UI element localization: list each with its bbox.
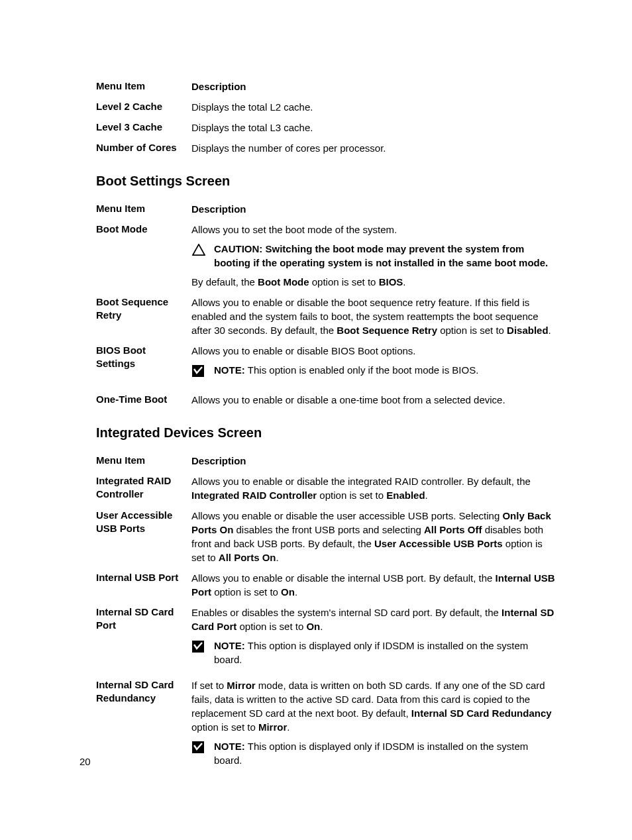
menu-item-desc: Allows you to enable or disable BIOS Boo… — [191, 344, 556, 386]
menu-item-desc: Displays the number of cores per process… — [191, 141, 556, 155]
integrated-devices-table: Menu Item Description Integrated RAID Co… — [96, 454, 556, 772]
caution-callout: CAUTION: Switching the boot mode may pre… — [191, 242, 556, 270]
col-header-description: Description — [191, 79, 556, 93]
page-number: 20 — [79, 756, 91, 767]
desc-text: Enables or disables the system's interna… — [191, 605, 556, 633]
desc-text: Allows you to set the boot mode of the s… — [191, 223, 556, 236]
menu-item-desc: Allows you to enable or disable the inte… — [191, 474, 556, 502]
menu-item-label: User Accessible USB Ports — [96, 509, 191, 536]
desc-text: By default, the Boot Mode option is set … — [191, 275, 556, 289]
section-heading-boot-settings: Boot Settings Screen — [96, 174, 556, 189]
menu-item-label: Internal SD Card Redundancy — [96, 678, 191, 706]
menu-item-desc: Allows you enable or disable the user ac… — [191, 509, 556, 564]
desc-text: Allows you to enable or disable the boot… — [191, 295, 556, 337]
table-row: Boot Mode Allows you to set the boot mod… — [96, 223, 556, 289]
note-text: NOTE: This option is displayed only if I… — [214, 639, 556, 666]
menu-item-label: Boot Sequence Retry — [96, 295, 191, 323]
col-header-description: Description — [191, 454, 556, 468]
table-row: Internal USB Port Allows you to enable o… — [96, 571, 556, 599]
table-row: Level 2 Cache Displays the total L2 cach… — [96, 100, 556, 114]
menu-item-desc: Displays the total L3 cache. — [191, 121, 556, 134]
menu-item-label: Integrated RAID Controller — [96, 474, 191, 501]
table-row: Number of Cores Displays the number of c… — [96, 141, 556, 155]
menu-item-desc: Enables or disables the system's interna… — [191, 605, 556, 672]
desc-text: Allows you to enable or disable BIOS Boo… — [191, 344, 556, 358]
col-header-menu-item: Menu Item — [96, 454, 191, 467]
boot-settings-table: Menu Item Description Boot Mode Allows y… — [96, 202, 556, 407]
menu-item-desc: If set to Mirror mode, data is written o… — [191, 678, 556, 772]
menu-item-label: Number of Cores — [96, 141, 191, 154]
menu-item-desc: Displays the total L2 cache. — [191, 100, 556, 114]
note-icon — [191, 639, 214, 656]
menu-item-desc: Allows you to set the boot mode of the s… — [191, 223, 556, 289]
desc-text: If set to Mirror mode, data is written o… — [191, 678, 556, 734]
note-text: NOTE: This option is enabled only if the… — [214, 363, 556, 377]
table-header-row: Menu Item Description — [96, 454, 556, 468]
menu-item-desc: Allows you to enable or disable a one-ti… — [191, 393, 556, 407]
menu-item-label: Internal USB Port — [96, 571, 191, 584]
table-row: Internal SD Card Redundancy If set to Mi… — [96, 678, 556, 772]
note-callout: NOTE: This option is enabled only if the… — [191, 363, 556, 381]
note-icon — [191, 739, 214, 757]
table-row: Boot Sequence Retry Allows you to enable… — [96, 295, 556, 337]
caution-icon — [191, 242, 214, 260]
note-callout: NOTE: This option is displayed only if I… — [191, 639, 556, 666]
table-header-row: Menu Item Description — [96, 79, 556, 93]
table-row: User Accessible USB Ports Allows you ena… — [96, 509, 556, 564]
table-row: BIOS Boot Settings Allows you to enable … — [96, 344, 556, 386]
note-icon — [191, 363, 214, 381]
menu-item-desc: Allows you to enable or disable the inte… — [191, 571, 556, 599]
desc-text: Allows you to enable or disable the inte… — [191, 474, 556, 502]
menu-item-label: Boot Mode — [96, 223, 191, 236]
menu-item-label: Internal SD Card Port — [96, 605, 191, 633]
col-header-menu-item: Menu Item — [96, 79, 191, 93]
table-row: Level 3 Cache Displays the total L3 cach… — [96, 121, 556, 134]
col-header-description: Description — [191, 202, 556, 216]
table-row: One-Time Boot Allows you to enable or di… — [96, 393, 556, 407]
section-heading-integrated-devices: Integrated Devices Screen — [96, 425, 556, 441]
processor-settings-table: Menu Item Description Level 2 Cache Disp… — [96, 79, 556, 155]
table-row: Integrated RAID Controller Allows you to… — [96, 474, 556, 502]
desc-text: Allows you enable or disable the user ac… — [191, 509, 556, 564]
table-header-row: Menu Item Description — [96, 202, 556, 216]
desc-text: Allows you to enable or disable the inte… — [191, 571, 556, 599]
menu-item-label: BIOS Boot Settings — [96, 344, 191, 371]
note-text: NOTE: This option is displayed only if I… — [214, 739, 556, 767]
table-row: Internal SD Card Port Enables or disable… — [96, 605, 556, 672]
caution-text: CAUTION: Switching the boot mode may pre… — [214, 242, 556, 270]
menu-item-desc: Allows you to enable or disable the boot… — [191, 295, 556, 337]
menu-item-label: Level 2 Cache — [96, 100, 191, 113]
note-callout: NOTE: This option is displayed only if I… — [191, 739, 556, 767]
menu-item-label: One-Time Boot — [96, 393, 191, 406]
col-header-menu-item: Menu Item — [96, 202, 191, 215]
menu-item-label: Level 3 Cache — [96, 121, 191, 134]
